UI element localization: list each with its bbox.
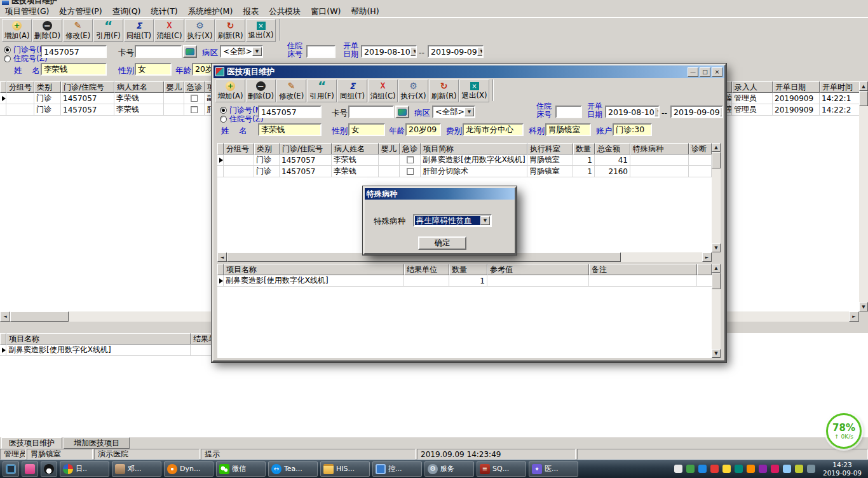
ward-select[interactable]: <全部> [432,106,475,118]
date-to-select[interactable]: 2019-09-09 [428,45,484,58]
taskbar-app-qq[interactable] [41,461,57,477]
taskbar-app-monitor[interactable] [3,461,19,477]
inpatient-radio[interactable]: 住院号(Z) [220,114,264,125]
account-field[interactable]: 门诊:30 [613,123,652,136]
menu-item-project[interactable]: 项目管理(G) [0,6,54,17]
age-field[interactable]: 20岁09 [405,123,441,136]
ward-select[interactable]: <全部> [220,45,263,58]
exit-button[interactable]: ×退出(X) [459,79,489,102]
tray-icon[interactable] [722,465,731,473]
scroll-right-button[interactable] [849,311,859,322]
taskbar-app[interactable]: Dyn... [164,461,214,477]
menu-item-help[interactable]: 帮助(H) [346,6,384,17]
sex-field[interactable]: 女 [135,63,172,76]
tray-icon[interactable] [710,465,719,473]
table-row[interactable]: 室 管理员 20190909 14:22:2 [726,104,859,116]
taskbar-app[interactable]: 日.. [60,461,109,477]
menu-item-query[interactable]: 查询(Q) [107,6,146,17]
tray-icon[interactable] [807,465,815,473]
refresh-button[interactable]: ↻刷新(R) [215,19,245,42]
name-field[interactable]: 李荣钱 [41,63,107,76]
chevron-down-icon[interactable] [465,107,474,116]
tab-add-item[interactable]: 增加医技项目 [64,437,130,449]
table-row[interactable]: 室 管理员 20190909 14:22:1 [726,93,859,104]
scroll-left-button[interactable] [217,252,227,262]
maximize-button[interactable]: □ [700,67,710,77]
taskbar-app[interactable]: 微信 [216,461,266,477]
scroll-down-button[interactable] [712,349,721,358]
reference-button[interactable]: “引用(F) [93,19,123,42]
fee-type-field[interactable]: 龙海市分中心 [463,123,524,136]
tab-maintenance[interactable]: 医技项目维护 [1,437,62,449]
chevron-down-icon[interactable] [410,47,417,56]
ungroup-button[interactable]: Ｘ消组(C) [154,19,184,42]
speed-ball[interactable]: 78% ↑ 0K/s [826,413,862,449]
chevron-down-icon[interactable] [477,47,484,56]
delete-button[interactable]: −删除(D) [246,79,276,102]
scroll-up-button[interactable] [712,264,721,273]
execute-button[interactable]: ⚙执行(X) [398,79,428,102]
scroll-thumb[interactable] [10,311,69,322]
patient-no-input[interactable]: 1457057 [258,106,322,118]
patient-no-input[interactable]: 1457057 [41,45,107,58]
delete-button[interactable]: −删除(D) [32,19,62,42]
date-from-select[interactable]: 2019-08-10 [361,45,417,58]
scroll-up-button[interactable] [859,81,868,91]
table-row[interactable]: 门诊 1457057 李荣钱 肝部分切除术 [0,104,217,116]
name-field[interactable]: 李荣钱 [258,123,322,136]
emergency-checkbox[interactable] [407,156,414,163]
group-button[interactable]: Σ同组(T) [337,79,367,102]
scroll-thumb[interactable] [712,273,721,289]
taskbar-app-pink[interactable] [22,461,38,477]
taskbar-app[interactable]: HIS... [320,461,370,477]
tray-icon[interactable] [686,465,695,473]
execute-button[interactable]: ⚙执行(X) [185,19,215,42]
sex-field[interactable]: 女 [348,123,385,136]
minimize-button[interactable]: — [688,67,698,77]
date-to-select[interactable]: 2019-09-09 [670,106,723,118]
scroll-right-button[interactable] [702,252,712,262]
close-button[interactable]: × [712,67,722,77]
exit-button[interactable]: ×退出(X) [246,19,276,42]
special-disease-cell[interactable] [630,154,689,166]
reference-button[interactable]: “引用(F) [307,79,337,102]
table-row[interactable]: 副鼻窦造影[使用数字化X线机] 1 [217,275,712,287]
tray-icon[interactable] [795,465,803,473]
chevron-down-icon[interactable] [654,107,660,116]
add-button[interactable]: ＋增加(A) [2,19,32,42]
tray-icon[interactable] [674,465,682,473]
refresh-button[interactable]: ↻刷新(R) [429,79,459,102]
tray-icon[interactable] [747,465,755,473]
taskbar-app[interactable]: SQ... [477,461,526,477]
taskbar-app[interactable]: 医... [529,461,578,477]
menu-item-statistics[interactable]: 统计(T) [146,6,182,17]
taskbar-app[interactable]: Tea... [268,461,318,477]
tray-icon[interactable] [698,465,707,473]
bed-no-input[interactable] [306,45,336,58]
menu-item-report[interactable]: 报表 [238,6,264,17]
date-from-select[interactable]: 2019-08-10 [605,106,660,118]
dept-field[interactable]: 胃肠镜室 [545,123,591,136]
tray-icon[interactable] [735,465,743,473]
menu-item-maintenance[interactable]: 系统维护(M) [183,6,238,17]
tray-icon[interactable] [783,465,791,473]
tray-icon[interactable] [759,465,767,473]
scroll-down-button[interactable] [859,302,868,311]
ungroup-button[interactable]: Ｘ消组(C) [368,79,398,102]
scroll-thumb[interactable] [859,91,868,106]
scroll-down-button[interactable] [712,243,721,252]
modify-button[interactable]: ✎修改(E) [276,79,306,102]
chevron-down-icon[interactable] [252,47,262,56]
chevron-down-icon[interactable] [720,107,723,116]
emergency-checkbox[interactable] [191,95,198,102]
taskbar-app[interactable]: 服务 [424,461,474,477]
add-button[interactable]: ＋增加(A) [215,79,245,102]
table-row[interactable]: 门诊 1457057 李荣钱 副鼻窦造影[使用数字化X线机] [0,93,217,104]
table-row[interactable]: 门诊 1457057 李荣钱 肝部分切除术 胃肠镜室 1 2160 [217,166,712,177]
scroll-left-button[interactable] [0,311,10,322]
taskbar-app[interactable]: 邓... [112,461,161,477]
emergency-checkbox[interactable] [407,168,414,175]
scroll-up-button[interactable] [712,143,721,152]
menu-item-prescription[interactable]: 处方管理(P) [54,6,107,17]
card-input[interactable] [348,106,394,118]
